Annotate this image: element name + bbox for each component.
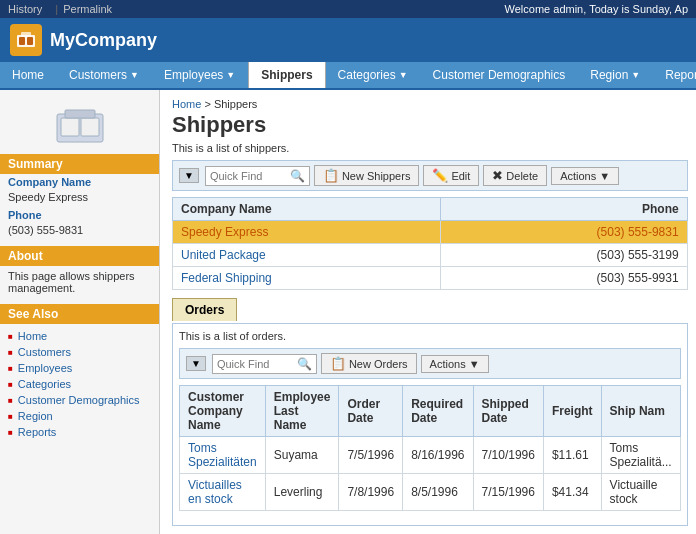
nav-reports[interactable]: Reports ▼ [653, 62, 696, 88]
summary-title: Summary [0, 154, 159, 174]
sidebar: Summary Company Name Speedy Express Phon… [0, 90, 160, 534]
orders-desc: This is a list of orders. [179, 330, 681, 342]
breadcrumb-home[interactable]: Home [172, 98, 201, 110]
ship-name-cell: Toms Spezialitä... [601, 437, 680, 474]
nav-bar: Home Customers ▼ Employees ▼ Shippers Ca… [0, 62, 696, 90]
top-bar-right: Welcome admin, Today is Sunday, Ap [505, 3, 688, 15]
nav-home[interactable]: Home [0, 62, 57, 88]
nav-shippers[interactable]: Shippers [248, 62, 325, 88]
nav-customer-demographics[interactable]: Customer Demographics [421, 62, 579, 88]
order-employee-cell: Suyama [265, 437, 339, 474]
orders-actions-arrow-icon: ▼ [469, 358, 480, 370]
breadcrumb-separator: > [204, 98, 213, 110]
logo-bar: MyCompany [0, 18, 696, 62]
new-shippers-icon: 📋 [323, 168, 339, 183]
shipped-date-cell: 7/10/1996 [473, 437, 543, 474]
see-also-reports[interactable]: Reports [0, 424, 159, 440]
see-also-region[interactable]: Region [0, 408, 159, 424]
col-shipped-date: ShippedDate [473, 386, 543, 437]
history-link[interactable]: History [8, 3, 42, 15]
table-row[interactable]: Federal Shipping (503) 555-9931 [173, 267, 688, 290]
see-also-home[interactable]: Home [0, 328, 159, 344]
orders-search-icon: 🔍 [297, 357, 312, 371]
permalink-link[interactable]: Permalink [63, 3, 112, 15]
order-date-cell: 7/5/1996 [339, 437, 403, 474]
see-also-title: See Also [0, 304, 159, 324]
table-header-row: Company Name Phone [173, 198, 688, 221]
see-also-categories[interactable]: Categories [0, 376, 159, 392]
orders-header-row: CustomerCompany Name Employee LastName O… [180, 386, 681, 437]
table-row[interactable]: Toms Spezialitäten Suyama 7/5/1996 8/16/… [180, 437, 681, 474]
shipped-date-cell: 7/15/1996 [473, 474, 543, 511]
page-title: Shippers [172, 112, 688, 138]
edit-icon: ✏️ [432, 168, 448, 183]
phone-cell: (503) 555-9931 [441, 267, 688, 290]
freight-cell: $11.61 [543, 437, 601, 474]
new-orders-icon: 📋 [330, 356, 346, 371]
see-also-customers[interactable]: Customers [0, 344, 159, 360]
col-required-date: RequiredDate [403, 386, 473, 437]
sidebar-phone-value: (503) 555-9831 [0, 223, 159, 240]
nav-customers[interactable]: Customers ▼ [57, 62, 152, 88]
table-row[interactable]: Victuailles en stock Leverling 7/8/1996 … [180, 474, 681, 511]
company-icon [15, 29, 37, 51]
required-date-cell: 8/5/1996 [403, 474, 473, 511]
shippers-table: Company Name Phone Speedy Express (503) … [172, 197, 688, 290]
orders-quick-find-arrow[interactable]: ▼ [186, 356, 206, 371]
svg-rect-1 [19, 37, 25, 45]
orders-actions-button[interactable]: Actions ▼ [421, 355, 489, 373]
see-also-customer-demographics[interactable]: Customer Demographics [0, 392, 159, 408]
sidebar-company-name-label[interactable]: Company Name [0, 174, 159, 190]
ship-name-cell: Victuaille stock [601, 474, 680, 511]
nav-categories[interactable]: Categories ▼ [326, 62, 421, 88]
orders-content: This is a list of orders. ▼ 🔍 📋 New Orde… [172, 323, 688, 526]
about-text: This page allows shippers management. [0, 266, 159, 298]
nav-region[interactable]: Region ▼ [578, 62, 653, 88]
company-name: MyCompany [50, 30, 157, 51]
col-order-date: Order Date [339, 386, 403, 437]
orders-section: Orders This is a list of orders. ▼ 🔍 📋 N… [172, 298, 688, 526]
sidebar-company-name-value: Speedy Express [0, 190, 159, 207]
order-customer-cell: Toms Spezialitäten [180, 437, 266, 474]
table-row[interactable]: United Package (503) 555-3199 [173, 244, 688, 267]
orders-quick-find-container: 🔍 [212, 354, 317, 374]
main-layout: Summary Company Name Speedy Express Phon… [0, 90, 696, 534]
new-orders-button[interactable]: 📋 New Orders [321, 353, 417, 374]
order-customer-cell: Victuailles en stock [180, 474, 266, 511]
shippers-toolbar: ▼ 🔍 📋 New Shippers ✏️ Edit ✖ Delete Acti… [172, 160, 688, 191]
order-employee-cell: Leverling [265, 474, 339, 511]
phone-cell: (503) 555-9831 [441, 221, 688, 244]
page-desc: This is a list of shippers. [172, 142, 688, 154]
breadcrumb-current: Shippers [214, 98, 257, 110]
phone-cell: (503) 555-3199 [441, 244, 688, 267]
see-also-employees[interactable]: Employees [0, 360, 159, 376]
order-date-cell: 7/8/1996 [339, 474, 403, 511]
col-ship-name: Ship Nam [601, 386, 680, 437]
svg-rect-6 [81, 118, 99, 136]
col-company-name: Company Name [173, 198, 441, 221]
quick-find-container: 🔍 [205, 166, 310, 186]
edit-button[interactable]: ✏️ Edit [423, 165, 479, 186]
about-title: About [0, 246, 159, 266]
orders-quick-find-input[interactable] [217, 358, 297, 370]
nav-employees[interactable]: Employees ▼ [152, 62, 248, 88]
delete-icon: ✖ [492, 168, 503, 183]
sidebar-phone-label[interactable]: Phone [0, 207, 159, 223]
delete-button[interactable]: ✖ Delete [483, 165, 547, 186]
quick-find-input[interactable] [210, 170, 290, 182]
actions-button[interactable]: Actions ▼ [551, 167, 619, 185]
company-cell: Speedy Express [173, 221, 441, 244]
search-icon: 🔍 [290, 169, 305, 183]
breadcrumb: Home > Shippers [172, 98, 688, 110]
logo-icon [10, 24, 42, 56]
col-employee: Employee LastName [265, 386, 339, 437]
new-shippers-button[interactable]: 📋 New Shippers [314, 165, 419, 186]
quick-find-arrow[interactable]: ▼ [179, 168, 199, 183]
svg-rect-2 [27, 37, 33, 45]
table-row[interactable]: Speedy Express (503) 555-9831 [173, 221, 688, 244]
company-cell: Federal Shipping [173, 267, 441, 290]
sidebar-icon [0, 98, 159, 154]
content-area: Home > Shippers Shippers This is a list … [160, 90, 696, 534]
separator: | [55, 3, 58, 15]
orders-tab[interactable]: Orders [172, 298, 237, 321]
